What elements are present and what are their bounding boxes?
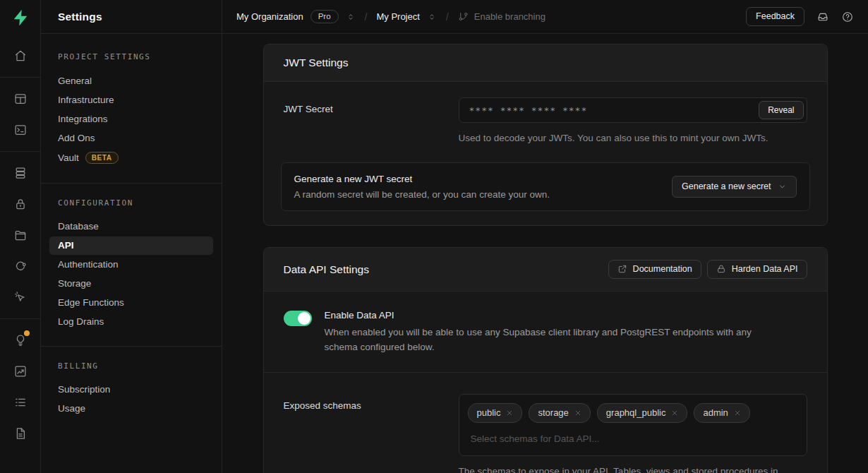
sidebar-body: PROJECT SETTINGS General Infrastructure … [41, 34, 222, 419]
exposed-schemas-control: public storage graphql_public [459, 394, 807, 473]
nav-rail [0, 0, 41, 473]
generate-secret-title: Generate a new JWT secret [294, 174, 550, 184]
database-icon[interactable] [9, 162, 32, 184]
notification-dot [24, 330, 30, 336]
sidebar-item-authentication[interactable]: Authentication [49, 256, 213, 274]
main-area: My Organization Pro / My Project / Enabl… [222, 0, 868, 473]
schema-multiselect[interactable]: public storage graphql_public [459, 394, 807, 456]
remove-tag-icon[interactable] [506, 409, 513, 417]
project-switcher-chevrons-icon[interactable] [427, 12, 437, 22]
sidebar-item-log-drains[interactable]: Log Drains [49, 313, 213, 331]
external-link-icon [617, 264, 627, 274]
sidebar-item-add-ons[interactable]: Add Ons [49, 128, 213, 147]
schema-search-input[interactable] [468, 431, 798, 451]
toggle-knob [298, 312, 311, 325]
jwt-secret-label: JWT Secret [284, 97, 459, 145]
harden-data-api-button[interactable]: Harden Data API [707, 260, 807, 279]
reports-icon[interactable] [9, 360, 32, 383]
exposed-schemas-row: Exposed schemas public storage [264, 373, 827, 473]
inbox-icon[interactable] [816, 11, 829, 23]
enable-data-api-title: Enable Data API [325, 310, 780, 321]
jwt-secret-row: JWT Secret **** **** **** **** Reveal Us… [264, 82, 827, 158]
feedback-button[interactable]: Feedback [746, 7, 804, 26]
remove-tag-icon[interactable] [574, 409, 581, 417]
divider [41, 183, 222, 184]
enable-data-api-toggle[interactable] [284, 311, 312, 326]
sidebar-item-integrations[interactable]: Integrations [49, 109, 213, 128]
schema-tags: public storage graphql_public [468, 403, 798, 423]
data-api-card-header: Data API Settings Documentation Harden D… [264, 248, 827, 292]
section-heading-billing: BILLING [58, 361, 205, 371]
section-heading-configuration: CONFIGURATION [58, 198, 205, 208]
jwt-card-header: JWT Settings [264, 44, 827, 82]
generate-secret-panel: Generate a new JWT secret A random secre… [281, 162, 810, 211]
jwt-card-title: JWT Settings [284, 56, 349, 69]
sql-editor-icon[interactable] [9, 119, 32, 141]
sidebar-item-database[interactable]: Database [49, 217, 213, 236]
content-scroll-area[interactable]: JWT Settings JWT Secret **** **** **** *… [222, 34, 868, 473]
sidebar-item-storage[interactable]: Storage [49, 275, 213, 293]
breadcrumb: My Organization Pro / My Project / Enabl… [236, 10, 545, 23]
logs-icon[interactable] [9, 391, 32, 414]
supabase-logo[interactable] [11, 8, 30, 28]
app: { "colors": { "brand": "#3ecf8e", "toggl… [0, 0, 868, 473]
sidebar-item-infrastructure[interactable]: Infrastructure [49, 90, 213, 109]
schema-tag: storage [529, 403, 590, 423]
org-switcher-chevrons-icon[interactable] [346, 12, 356, 22]
documentation-button[interactable]: Documentation [608, 260, 701, 279]
schema-tag: graphql_public [597, 403, 688, 423]
enable-data-api-text: Enable Data API When enabled you will be… [325, 310, 780, 355]
breadcrumb-separator: / [365, 11, 368, 23]
sidebar-item-usage[interactable]: Usage [49, 400, 213, 418]
enable-data-api-desc: When enabled you will be able to use any… [325, 325, 780, 355]
sidebar-item-subscription[interactable]: Subscription [49, 381, 213, 399]
divider [41, 346, 222, 347]
sidebar-item-vault[interactable]: Vault BETA [49, 148, 213, 168]
jwt-settings-card: JWT Settings JWT Secret **** **** **** *… [263, 44, 828, 226]
table-editor-icon[interactable] [9, 88, 32, 110]
schema-tag: admin [694, 403, 749, 423]
api-docs-icon[interactable] [9, 422, 32, 445]
exposed-schemas-label: Exposed schemas [284, 394, 459, 473]
breadcrumb-separator: / [446, 11, 449, 23]
data-api-settings-card: Data API Settings Documentation Harden D… [263, 247, 828, 473]
sidebar-item-general[interactable]: General [49, 71, 213, 90]
divider [0, 77, 41, 78]
sidebar-item-api[interactable]: API [49, 236, 213, 255]
generate-secret-desc: A random secret will be created, or you … [294, 189, 550, 200]
jwt-secret-control: **** **** **** **** Reveal Used to decod… [459, 97, 807, 145]
divider [0, 318, 41, 319]
settings-sidebar: Settings PROJECT SETTINGS General Infras… [41, 0, 222, 473]
chevron-down-icon [778, 182, 787, 191]
project-name[interactable]: My Project [376, 11, 419, 22]
org-plan-badge[interactable]: Pro [311, 10, 339, 23]
remove-tag-icon[interactable] [671, 409, 678, 417]
topbar: My Organization Pro / My Project / Enabl… [222, 0, 868, 34]
home-icon[interactable] [9, 44, 32, 67]
jwt-secret-masked-value: **** **** **** **** [469, 105, 588, 116]
product-updates-icon[interactable] [9, 329, 32, 352]
supabase-bolt-icon [11, 8, 30, 27]
section-heading-project-settings: PROJECT SETTINGS [58, 52, 205, 61]
edge-functions-icon[interactable] [9, 255, 32, 277]
divider [0, 151, 41, 152]
page-title: Settings [58, 11, 102, 23]
jwt-secret-input[interactable]: **** **** **** **** Reveal [459, 97, 807, 123]
advisors-icon[interactable] [9, 286, 32, 309]
schema-tag: public [468, 403, 523, 423]
data-api-header-actions: Documentation Harden Data API [608, 260, 807, 279]
enable-branching-button[interactable]: Enable branching [458, 11, 545, 22]
storage-icon[interactable] [9, 224, 32, 246]
remove-tag-icon[interactable] [734, 409, 741, 417]
generate-secret-button[interactable]: Generate a new secret [672, 176, 796, 198]
reveal-button[interactable]: Reveal [759, 101, 803, 119]
org-name[interactable]: My Organization [236, 11, 303, 22]
beta-badge: BETA [85, 152, 119, 164]
sidebar-item-edge-functions[interactable]: Edge Functions [49, 294, 213, 312]
jwt-secret-help: Used to decode your JWTs. You can also u… [459, 131, 807, 145]
data-api-card-title: Data API Settings [284, 263, 370, 276]
exposed-schemas-help: The schemas to expose in your API. Table… [459, 465, 807, 473]
help-icon[interactable] [841, 11, 854, 23]
authentication-icon[interactable] [9, 193, 32, 215]
lock-icon [716, 264, 726, 274]
